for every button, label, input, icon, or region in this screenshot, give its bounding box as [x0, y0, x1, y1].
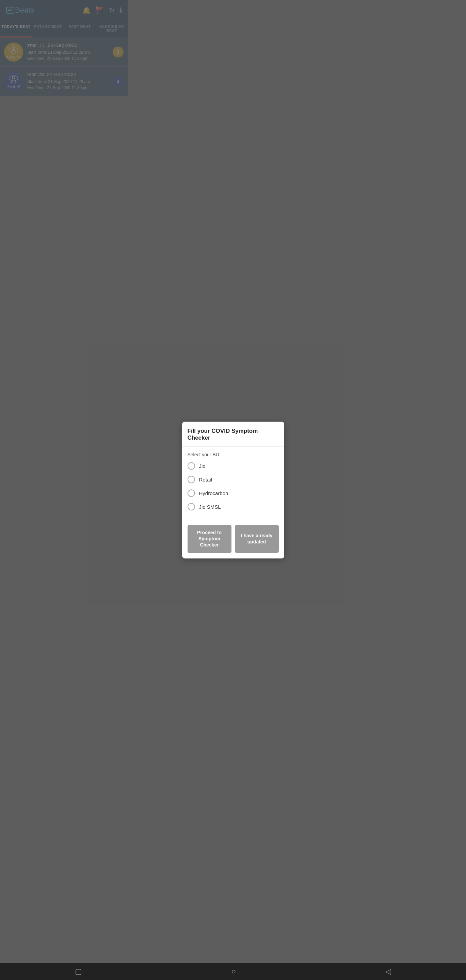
modal-overlay[interactable]: [0, 0, 128, 276]
